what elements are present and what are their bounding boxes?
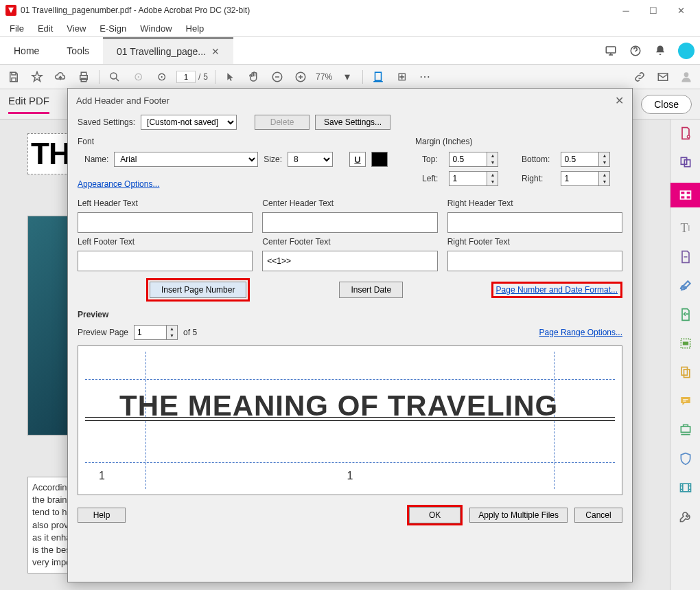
- svg-rect-14: [680, 191, 685, 194]
- svg-rect-19: [683, 342, 688, 344]
- copy-icon[interactable]: [677, 364, 694, 381]
- doc-headline[interactable]: TH: [27, 133, 73, 174]
- close-button[interactable]: Close: [641, 95, 692, 114]
- pointer-icon[interactable]: [222, 69, 239, 85]
- margin-right-input[interactable]: [561, 171, 599, 186]
- page-up-icon[interactable]: ⊙: [130, 69, 146, 85]
- mail-icon[interactable]: [655, 69, 671, 85]
- print-icon[interactable]: [75, 69, 92, 85]
- font-name-select[interactable]: Arial: [114, 152, 258, 167]
- bell-icon[interactable]: [648, 38, 673, 63]
- help-button[interactable]: Help: [78, 508, 126, 523]
- more-tools-icon[interactable]: [677, 508, 694, 525]
- menu-edit[interactable]: Edit: [31, 22, 60, 35]
- hand-icon[interactable]: [246, 69, 262, 85]
- combine-icon[interactable]: [677, 154, 694, 170]
- help-icon[interactable]: [623, 38, 648, 63]
- organize-icon[interactable]: [677, 306, 694, 323]
- page-down-icon[interactable]: ⊙: [153, 69, 170, 85]
- center-footer-label: Center Footer Text: [262, 237, 437, 247]
- svg-point-5: [110, 73, 117, 79]
- dialog-close-icon[interactable]: ✕: [615, 94, 624, 107]
- dialog-title: Add Header and Footer: [76, 95, 170, 106]
- margin-right-label: Right:: [522, 174, 550, 183]
- create-pdf-icon[interactable]: [677, 125, 694, 141]
- screen-share-icon[interactable]: [598, 38, 623, 63]
- preview-of-label: of 5: [183, 328, 197, 337]
- fit-width-icon[interactable]: [370, 69, 386, 85]
- menu-view[interactable]: View: [60, 22, 93, 35]
- edit-pdf-icon[interactable]: [670, 183, 701, 207]
- protect-icon[interactable]: [677, 451, 694, 467]
- star-icon[interactable]: [29, 69, 45, 85]
- comment-icon[interactable]: [677, 393, 694, 409]
- tab-close-icon[interactable]: ✕: [211, 46, 220, 57]
- tab-document[interactable]: 01 Travelling_page... ✕: [103, 37, 233, 64]
- cloud-icon[interactable]: [52, 69, 69, 85]
- tabbar: Home Tools 01 Travelling_page... ✕: [0, 37, 700, 65]
- video-icon[interactable]: [677, 479, 694, 496]
- menu-window[interactable]: Window: [133, 22, 178, 35]
- maximize-button[interactable]: ☐: [640, 1, 667, 20]
- right-sidebar: TI: [670, 120, 700, 590]
- redact-icon[interactable]: [677, 335, 694, 352]
- zoom-out-icon[interactable]: [269, 69, 285, 85]
- svg-point-10: [684, 72, 689, 77]
- header-footer-dialog: Add Header and Footer ✕ Saved Settings: …: [67, 88, 633, 582]
- margin-left-input[interactable]: [449, 171, 487, 186]
- menu-file[interactable]: File: [3, 22, 31, 35]
- font-name-label: Name:: [84, 155, 108, 164]
- page-input[interactable]: [176, 71, 196, 83]
- font-size-select[interactable]: 8: [288, 152, 333, 167]
- profile-icon[interactable]: [678, 69, 695, 85]
- preview-footer-center: 1: [347, 470, 353, 482]
- preview-page-input[interactable]: [134, 325, 167, 340]
- minimize-button[interactable]: ─: [612, 1, 640, 20]
- tab-tools[interactable]: Tools: [53, 37, 103, 64]
- left-header-input[interactable]: [78, 212, 253, 233]
- page-number: / 5: [176, 71, 208, 83]
- page-range-link[interactable]: Page Range Options...: [539, 328, 622, 337]
- apply-multiple-button[interactable]: Apply to Multiple Files: [469, 508, 568, 523]
- scan-icon[interactable]: [677, 422, 694, 438]
- right-footer-input[interactable]: [447, 251, 622, 271]
- center-header-input[interactable]: [262, 212, 437, 233]
- more-icon[interactable]: ⋯: [417, 69, 433, 85]
- tab-home[interactable]: Home: [0, 37, 53, 64]
- app-icon: [5, 5, 16, 16]
- svg-rect-8: [375, 72, 382, 80]
- page-number-format-link[interactable]: Page Number and Date Format...: [496, 285, 618, 295]
- close-window-button[interactable]: ✕: [667, 1, 695, 20]
- left-footer-input[interactable]: [78, 251, 253, 271]
- center-footer-input[interactable]: [262, 251, 437, 271]
- underline-button[interactable]: U: [349, 152, 366, 167]
- link-icon[interactable]: [631, 69, 648, 85]
- zoom-in-icon[interactable]: [292, 69, 309, 85]
- margin-bottom-input[interactable]: [561, 152, 599, 167]
- text-icon[interactable]: TI: [677, 220, 694, 236]
- export-icon[interactable]: [677, 249, 694, 265]
- sign-icon[interactable]: [677, 277, 694, 294]
- right-header-input[interactable]: [447, 212, 622, 233]
- menu-help[interactable]: Help: [179, 22, 211, 35]
- insert-date-button[interactable]: Insert Date: [339, 282, 403, 298]
- margin-top-input[interactable]: [449, 152, 487, 167]
- cancel-button[interactable]: Cancel: [574, 508, 622, 523]
- menu-esign[interactable]: E-Sign: [93, 22, 133, 35]
- insert-page-number-button[interactable]: Insert Page Number: [150, 282, 246, 298]
- toolbar: ⊙ ⊙ / 5 77% ▾ ⊞ ⋯: [0, 65, 700, 89]
- avatar[interactable]: [678, 43, 695, 59]
- saved-settings-select[interactable]: [Custom-not saved]: [141, 115, 237, 130]
- save-icon[interactable]: [5, 69, 22, 85]
- zoom-level[interactable]: 77%: [316, 72, 332, 82]
- page-view-icon[interactable]: ⊞: [393, 69, 410, 85]
- font-section-label: Font: [78, 137, 388, 146]
- font-color-button[interactable]: [371, 152, 388, 167]
- search-icon[interactable]: [106, 69, 123, 85]
- save-settings-button[interactable]: Save Settings...: [315, 115, 390, 130]
- chevron-down-icon[interactable]: ▾: [339, 69, 355, 85]
- margin-left-label: Left:: [422, 174, 438, 183]
- ok-button[interactable]: OK: [409, 507, 460, 523]
- dialog-titlebar: Add Header and Footer ✕: [68, 89, 632, 112]
- appearance-options-link[interactable]: Appearance Options...: [78, 179, 159, 189]
